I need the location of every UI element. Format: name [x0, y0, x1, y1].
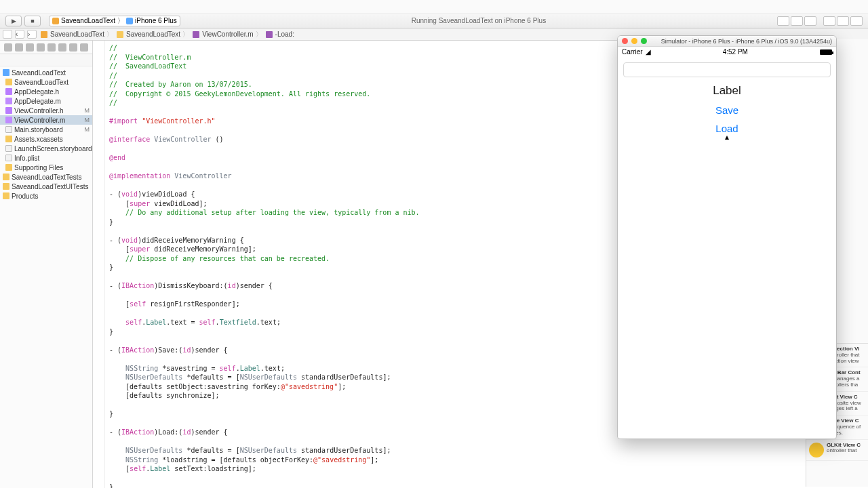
crumb-group[interactable]: SaveandLoadText [126, 30, 180, 38]
stop-button[interactable]: ■ [24, 16, 41, 26]
file-name: Main.storyboard [14, 126, 85, 134]
editor-mode-version[interactable] [804, 16, 816, 26]
panel-toggle-left[interactable] [823, 16, 835, 26]
simulator-titlebar[interactable]: Simulator - iPhone 6 Plus - iPhone 6 Plu… [618, 36, 836, 47]
folder-icon [3, 183, 9, 190]
file-row[interactable]: AppDelegate.h [0, 87, 92, 96]
nav-back-button[interactable]: ‹ [15, 30, 24, 39]
simulator-window: Simulator - iPhone 6 Plus - iPhone 6 Plu… [617, 35, 837, 439]
navigator-tabs[interactable] [0, 41, 92, 54]
file-row[interactable]: Info.plist [0, 153, 92, 163]
folder-icon [3, 174, 9, 180]
simulator-title: Simulator - iPhone 6 Plus - iPhone 6 Plu… [661, 38, 832, 45]
editor-mode-standard[interactable] [777, 16, 789, 26]
output-label: Label [623, 84, 831, 98]
project-icon [41, 31, 47, 38]
project-navigator-tab[interactable] [4, 43, 12, 52]
file-name: SaveandLoadText [12, 69, 92, 77]
file-row[interactable]: SaveandLoadTextUITests [0, 182, 92, 191]
close-icon[interactable] [622, 38, 628, 44]
file-name: Info.plist [14, 155, 92, 162]
folder-icon [5, 136, 12, 142]
clock-label: 4:52 PM [723, 48, 748, 56]
file-row[interactable]: SaveandLoadText [0, 68, 92, 77]
folder-icon [5, 164, 12, 171]
run-button[interactable]: ▶ [5, 16, 22, 26]
file-name: SaveandLoadTextTests [12, 174, 92, 181]
navigator-panel: SaveandLoadTextSaveandLoadTextAppDelegat… [0, 41, 93, 488]
debug-navigator-tab[interactable] [58, 43, 66, 52]
h-icon [5, 88, 12, 95]
scm-badge: M [85, 107, 90, 114]
proj-icon [3, 69, 9, 76]
file-name: ViewController.m [14, 117, 85, 124]
m-file-icon [193, 31, 199, 38]
file-row[interactable]: AppDelegate.m [0, 96, 92, 106]
report-navigator-tab[interactable] [80, 43, 88, 52]
controller-icon [809, 443, 824, 458]
folder-icon [3, 192, 9, 199]
sb-icon [5, 145, 12, 152]
editor-mode-assistant[interactable] [791, 16, 803, 26]
editor-gutter[interactable] [93, 41, 105, 488]
file-row[interactable]: Supporting Files [0, 163, 92, 172]
file-row[interactable]: Main.storyboardM [0, 125, 92, 134]
load-button[interactable]: Load [623, 123, 831, 134]
symbol-navigator-tab[interactable] [15, 43, 23, 52]
nav-forward-button[interactable]: › [27, 30, 37, 39]
crumb-method[interactable]: -Load: [275, 30, 294, 38]
save-button[interactable]: Save [623, 104, 831, 116]
file-name: SaveandLoadText [14, 79, 92, 86]
file-row[interactable]: Products [0, 191, 92, 201]
text-field[interactable] [623, 62, 831, 77]
navigator-filter[interactable] [0, 54, 92, 66]
file-row[interactable]: Assets.xcassets [0, 134, 92, 144]
panel-toggle-bottom[interactable] [837, 16, 849, 26]
related-items-button[interactable] [3, 30, 12, 39]
m-icon [5, 98, 12, 104]
file-name: AppDelegate.h [14, 88, 92, 96]
file-name: SaveandLoadTextUITests [12, 183, 92, 190]
scm-badge: M [85, 117, 90, 123]
file-name: ViewController.h [14, 107, 85, 115]
file-tree[interactable]: SaveandLoadTextSaveandLoadTextAppDelegat… [0, 66, 92, 488]
scm-badge: M [85, 126, 90, 133]
m-icon [5, 117, 12, 123]
file-name: AppDelegate.m [14, 98, 92, 105]
scheme-selector[interactable]: SaveandLoadText 〉 iPhone 6 Plus [49, 16, 180, 26]
file-row[interactable]: LaunchScreen.storyboard [0, 144, 92, 153]
issue-navigator-tab[interactable] [37, 43, 45, 52]
folder-icon [117, 31, 123, 38]
activity-status: Running SaveandLoadText on iPhone 6 Plus [184, 17, 773, 24]
file-row[interactable]: ViewController.hM [0, 106, 92, 115]
crumb-file[interactable]: ViewController.m [202, 30, 253, 38]
crumb-project[interactable]: SaveandLoadText [50, 30, 104, 38]
file-row[interactable]: ViewController.mM [0, 115, 92, 125]
macos-menubar [0, 0, 868, 14]
carrier-label: Carrier [622, 48, 643, 56]
sb-icon [5, 126, 12, 133]
xcode-toolbar: ▶ ■ SaveandLoadText 〉 iPhone 6 Plus Runn… [0, 14, 868, 28]
project-icon [52, 18, 59, 24]
device-icon [126, 18, 133, 24]
battery-icon [820, 49, 832, 55]
file-name: Products [12, 192, 92, 200]
minimize-icon[interactable] [631, 38, 637, 44]
folder-icon [5, 79, 12, 85]
panel-toggle-right[interactable] [850, 16, 863, 26]
library-item[interactable]: GLKit View Controller that [806, 440, 868, 461]
ios-status-bar: Carrier ◢ 4:52 PM [618, 47, 836, 57]
library-item-sub: ontroller that [827, 448, 861, 454]
plist-icon [5, 155, 12, 161]
file-name: Supporting Files [14, 164, 92, 171]
file-row[interactable]: SaveandLoadTextTests [0, 172, 92, 182]
zoom-icon[interactable] [641, 38, 647, 44]
find-navigator-tab[interactable] [26, 43, 34, 52]
scheme-device-label: iPhone 6 Plus [135, 17, 177, 24]
file-row[interactable]: SaveandLoadText [0, 77, 92, 87]
method-icon [266, 31, 273, 38]
file-name: LaunchScreen.storyboard [14, 145, 92, 152]
breakpoint-navigator-tab[interactable] [69, 43, 77, 52]
wifi-icon: ◢ [646, 48, 651, 56]
test-navigator-tab[interactable] [47, 43, 56, 52]
